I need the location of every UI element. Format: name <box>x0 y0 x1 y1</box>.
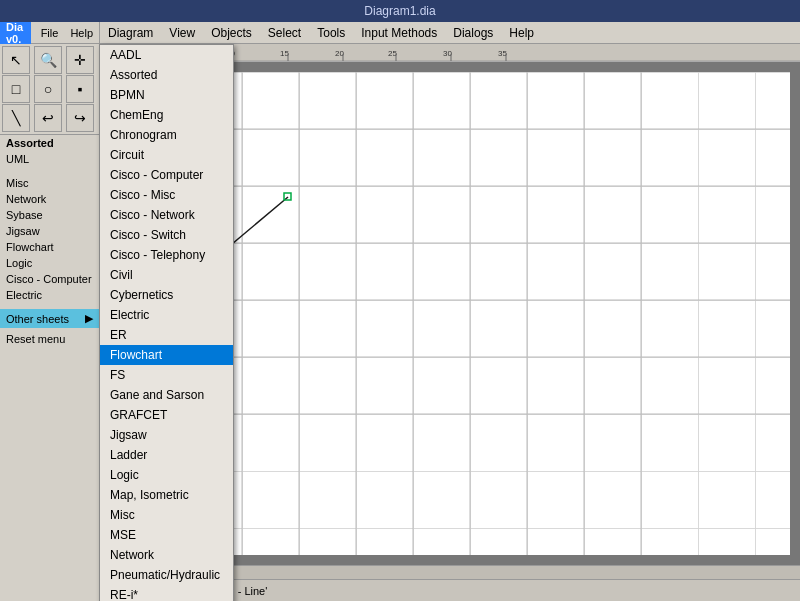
toolbox-menubar: Dia v0. File Help <box>0 22 99 44</box>
sheet-misc[interactable]: Misc <box>0 175 99 191</box>
dropdown-item-re-i[interactable]: RE-i* <box>100 585 233 601</box>
dropdown-item-chronogram[interactable]: Chronogram <box>100 125 233 145</box>
dropdown-item-cisco-telephony[interactable]: Cisco - Telephony <box>100 245 233 265</box>
select-tool-btn[interactable]: ↖ <box>2 46 30 74</box>
dialogs-menu[interactable]: Dialogs <box>445 22 501 44</box>
dropdown-item-cisco-network[interactable]: Cisco - Network <box>100 205 233 225</box>
dropdown-item-chemeng[interactable]: ChemEng <box>100 105 233 125</box>
help-menu[interactable]: Help <box>64 25 99 41</box>
sheets-list: Assorted UML Misc Network Sybase Jigsaw … <box>0 135 99 601</box>
dropdown-item-bpmn[interactable]: BPMN <box>100 85 233 105</box>
file-menu[interactable]: File <box>35 25 65 41</box>
dropdown-item-aadl[interactable]: AADL <box>100 45 233 65</box>
other-sheets-button[interactable]: Other sheets ▶ <box>0 309 99 328</box>
undo-tool-btn[interactable]: ↩ <box>34 104 62 132</box>
dropdown-item-logic[interactable]: Logic <box>100 465 233 485</box>
view-menu[interactable]: View <box>161 22 203 44</box>
dropdown-item-cybernetics[interactable]: Cybernetics <box>100 285 233 305</box>
sheet-cisco-computer[interactable]: Cisco - Computer <box>0 271 99 287</box>
dropdown-item-gane-sarson[interactable]: Gane and Sarson <box>100 385 233 405</box>
dropdown-item-map-isometric[interactable]: Map, Isometric <box>100 485 233 505</box>
dropdown-item-misc[interactable]: Misc <box>100 505 233 525</box>
move-tool-btn[interactable]: ✛ <box>66 46 94 74</box>
dropdown-item-mse[interactable]: MSE <box>100 525 233 545</box>
dropdown-item-fs[interactable]: FS <box>100 365 233 385</box>
diagram-menu[interactable]: Diagram <box>100 22 161 44</box>
sheet-uml[interactable]: UML <box>0 151 99 167</box>
objects-menu[interactable]: Objects <box>203 22 260 44</box>
dropdown-item-pneumatic[interactable]: Pneumatic/Hydraulic <box>100 565 233 585</box>
dropdown-item-electric[interactable]: Electric <box>100 305 233 325</box>
title-bar: Diagram1.dia <box>0 0 800 22</box>
sheet-logic[interactable]: Logic <box>0 255 99 271</box>
redo-tool-btn[interactable]: ↪ <box>66 104 94 132</box>
dropdown-item-flowchart[interactable]: Flowchart <box>100 345 233 365</box>
dropdown-item-circuit[interactable]: Circuit <box>100 145 233 165</box>
reset-menu-button[interactable]: Reset menu <box>0 330 99 348</box>
dia-logo: Dia v0. <box>0 22 31 44</box>
dropdown-item-jigsaw[interactable]: Jigsaw <box>100 425 233 445</box>
input-methods-menu[interactable]: Input Methods <box>353 22 445 44</box>
diagram-menubar: Diagram View Objects Select Tools Input … <box>100 22 800 44</box>
dropdown-item-cisco-switch[interactable]: Cisco - Switch <box>100 225 233 245</box>
sheet-flowchart[interactable]: Flowchart <box>0 239 99 255</box>
sheets-dropdown: AADL Assorted BPMN ChemEng Chronogram Ci… <box>99 44 234 601</box>
diag-help-menu[interactable]: Help <box>501 22 542 44</box>
dropdown-item-civil[interactable]: Civil <box>100 265 233 285</box>
select-menu[interactable]: Select <box>260 22 309 44</box>
dropdown-item-grafcet[interactable]: GRAFCET <box>100 405 233 425</box>
sheet-assorted[interactable]: Assorted <box>0 135 99 151</box>
tools-menu[interactable]: Tools <box>309 22 353 44</box>
chevron-right-icon: ▶ <box>85 312 93 325</box>
dropdown-item-er[interactable]: ER <box>100 325 233 345</box>
window-title: Diagram1.dia <box>364 4 435 18</box>
sheet-electric[interactable]: Electric <box>0 287 99 303</box>
dropdown-item-cisco-computer[interactable]: Cisco - Computer <box>100 165 233 185</box>
dropdown-item-assorted[interactable]: Assorted <box>100 65 233 85</box>
sheet-sybase[interactable]: Sybase <box>0 207 99 223</box>
rect-tool-btn[interactable]: □ <box>2 75 30 103</box>
dropdown-item-ladder[interactable]: Ladder <box>100 445 233 465</box>
dropdown-item-cisco-misc[interactable]: Cisco - Misc <box>100 185 233 205</box>
toolbox: Dia v0. File Help ↖ 🔍 ✛ □ ○ ▪ ╲ ↩ ↪ Asso… <box>0 22 100 601</box>
tool-icons-grid: ↖ 🔍 ✛ □ ○ ▪ ╲ ↩ ↪ <box>0 44 99 135</box>
sheet-jigsaw[interactable]: Jigsaw <box>0 223 99 239</box>
circle-tool-btn[interactable]: ○ <box>34 75 62 103</box>
fill-tool-btn[interactable]: ▪ <box>66 75 94 103</box>
dropdown-item-network[interactable]: Network <box>100 545 233 565</box>
zoom-tool-btn[interactable]: 🔍 <box>34 46 62 74</box>
line-tool-btn[interactable]: ╲ <box>2 104 30 132</box>
sheet-network[interactable]: Network <box>0 191 99 207</box>
